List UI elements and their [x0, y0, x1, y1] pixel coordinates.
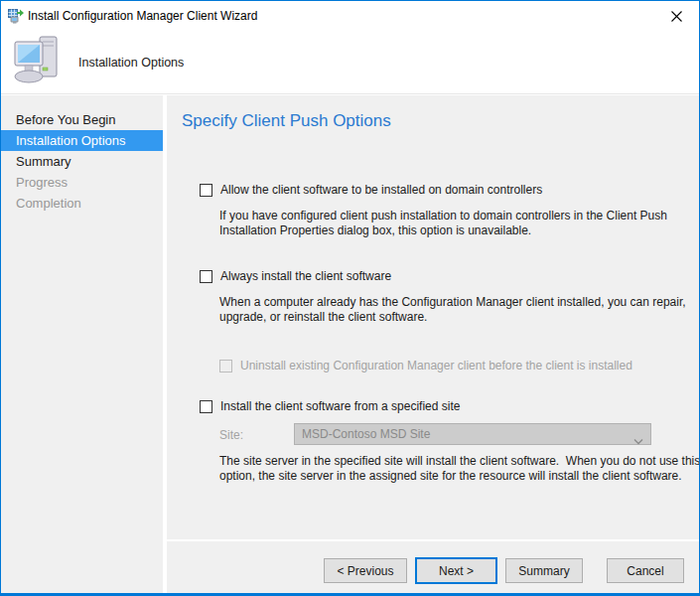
button-area-divider: [167, 539, 699, 541]
wizard-window: Install Configuration Manager Client Wiz…: [0, 0, 700, 596]
next-button[interactable]: Next >: [415, 557, 497, 584]
allow-domain-controllers-row: Allow the client software to be installe…: [200, 183, 542, 197]
uninstall-existing-label: Uninstall existing Configuration Manager…: [240, 359, 632, 372]
always-install-description: When a computer already has the Configur…: [219, 295, 686, 325]
sidebar-item-installation-options[interactable]: Installation Options: [1, 130, 163, 151]
always-install-row: Always install the client software: [200, 269, 391, 283]
title-bar[interactable]: Install Configuration Manager Client Wiz…: [1, 1, 699, 31]
wizard-step-title: Installation Options: [78, 56, 184, 70]
close-icon[interactable]: [654, 1, 699, 31]
uninstall-existing-row: Uninstall existing Configuration Manager…: [219, 359, 632, 372]
always-install-checkbox[interactable]: [200, 270, 212, 283]
allow-domain-controllers-label[interactable]: Allow the client software to be installe…: [220, 183, 542, 197]
site-dropdown: MSD-Contoso MSD Site: [294, 423, 651, 445]
specified-site-description: The site server in the specified site wi…: [219, 454, 700, 484]
sidebar-item-completion: Completion: [1, 193, 163, 214]
wizard-content: Specify Client Push Options Allow the cl…: [167, 95, 699, 593]
computer-icon: [13, 35, 61, 94]
wizard-body: Before You Begin Installation Options Su…: [1, 95, 699, 593]
chevron-down-icon: [633, 431, 643, 451]
cancel-button[interactable]: Cancel: [607, 558, 684, 583]
page-title: Specify Client Push Options: [182, 111, 391, 131]
app-icon: [8, 8, 24, 24]
uninstall-existing-checkbox: [219, 360, 232, 372]
specified-site-row: Install the client software from a speci…: [200, 399, 460, 413]
wizard-steps-sidebar: Before You Begin Installation Options Su…: [1, 95, 163, 593]
site-field-label: Site:: [219, 428, 243, 442]
sidebar-item-progress: Progress: [1, 172, 163, 193]
always-install-label[interactable]: Always install the client software: [220, 269, 391, 283]
domain-controllers-description: If you have configured client push insta…: [219, 209, 667, 238]
site-dropdown-value: MSD-Contoso MSD Site: [302, 424, 430, 444]
wizard-header: Installation Options: [1, 31, 699, 94]
window-title: Install Configuration Manager Client Wiz…: [28, 1, 257, 31]
specified-site-checkbox[interactable]: [200, 400, 212, 413]
sidebar-item-summary[interactable]: Summary: [1, 151, 163, 172]
sidebar-item-before-you-begin[interactable]: Before You Begin: [1, 109, 163, 130]
allow-domain-controllers-checkbox[interactable]: [200, 184, 212, 197]
specified-site-label[interactable]: Install the client software from a speci…: [220, 399, 460, 413]
summary-button[interactable]: Summary: [505, 558, 583, 583]
previous-button[interactable]: < Previous: [324, 558, 407, 583]
